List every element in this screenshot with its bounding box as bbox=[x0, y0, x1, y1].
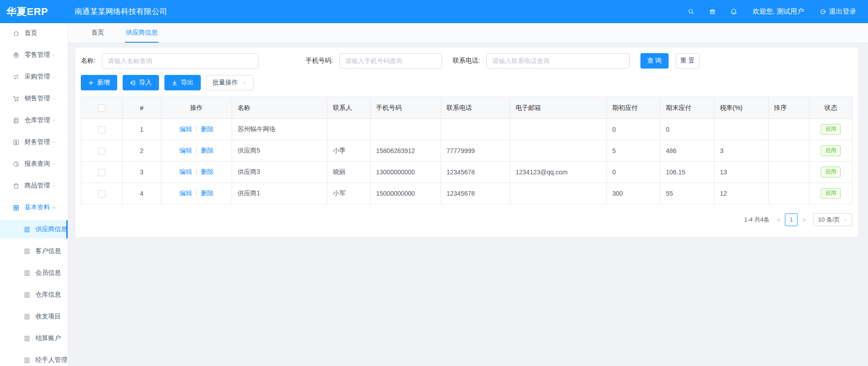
chevron-down-icon bbox=[51, 53, 56, 58]
import-icon bbox=[130, 80, 136, 86]
cell-tax-rate: 3 bbox=[714, 140, 769, 162]
sidebar-subitem-0[interactable]: 供应商信息 bbox=[0, 220, 68, 238]
delete-link[interactable]: 删除 bbox=[201, 147, 213, 154]
delete-link[interactable]: 删除 bbox=[201, 168, 213, 175]
home-icon bbox=[13, 30, 20, 37]
cell-phone bbox=[371, 119, 441, 140]
phone-label: 手机号码: bbox=[306, 57, 333, 65]
money-icon bbox=[13, 139, 20, 146]
page-number[interactable]: 1 bbox=[785, 213, 798, 226]
edit-link[interactable]: 编辑 bbox=[179, 125, 192, 133]
row-checkbox[interactable] bbox=[98, 169, 105, 176]
table-row: 3编辑|删除供应商3晓丽13000000000123456781234123@q… bbox=[81, 162, 853, 183]
cell-closing-payable: 0 bbox=[660, 119, 714, 140]
sidebar-item-4[interactable]: 仓库管理 bbox=[0, 111, 68, 129]
tab-home[interactable]: 首页 bbox=[90, 23, 105, 43]
page-size-select[interactable]: 10 条/页 bbox=[813, 213, 852, 226]
edit-link[interactable]: 编辑 bbox=[179, 147, 192, 154]
sidebar-subitem-3[interactable]: 仓库信息 bbox=[0, 286, 68, 304]
row-checkbox[interactable] bbox=[98, 190, 105, 198]
export-icon bbox=[172, 80, 178, 86]
doc-icon bbox=[24, 248, 30, 255]
add-button[interactable]: 新增 bbox=[81, 75, 117, 90]
cell-opening-payable: 0 bbox=[607, 162, 660, 183]
query-button[interactable]: 查 询 bbox=[640, 53, 669, 69]
sidebar-item-6[interactable]: 报表查询 bbox=[0, 155, 68, 173]
link-divider: | bbox=[196, 189, 198, 197]
tab-supplier-info[interactable]: 供应商信息 bbox=[125, 23, 159, 43]
sidebar-item-8[interactable]: 基本资料 bbox=[0, 198, 68, 217]
cell-name: 供应商5 bbox=[232, 140, 327, 162]
add-label: 新增 bbox=[97, 79, 110, 87]
sidebar-item-7[interactable]: 商品管理 bbox=[0, 177, 68, 195]
status-badge: 启用 bbox=[821, 188, 841, 199]
chevron-down-icon bbox=[843, 218, 848, 223]
supplier-table: #操作名称联系人手机号码联系电话电子邮箱期初应付期末应付税率(%)排序状态1编辑… bbox=[81, 97, 853, 204]
cell-operations: 编辑|删除 bbox=[161, 162, 232, 183]
column-header-1: 操作 bbox=[161, 97, 232, 119]
sidebar-item-5[interactable]: 财务管理 bbox=[0, 133, 68, 151]
delete-link[interactable]: 删除 bbox=[201, 125, 213, 133]
chevron-down-icon bbox=[51, 162, 56, 167]
welcome-text: 欢迎您, 测试用户 bbox=[753, 7, 804, 16]
cell-phone: 15000000000 bbox=[371, 183, 441, 204]
column-header-11: 状态 bbox=[809, 97, 853, 119]
cell-email bbox=[510, 183, 607, 204]
cell-tax-rate: 13 bbox=[714, 162, 769, 183]
cell-opening-payable: 0 bbox=[607, 119, 660, 140]
sidebar-item-label: 零售管理 bbox=[25, 51, 50, 59]
reset-button[interactable]: 重 置 bbox=[676, 53, 699, 69]
edit-link[interactable]: 编辑 bbox=[179, 168, 192, 175]
grid-icon bbox=[13, 204, 20, 211]
phone-search-input[interactable] bbox=[339, 53, 442, 69]
sidebar-subitem-4[interactable]: 收支项目 bbox=[0, 307, 68, 326]
batch-operation-label: 批量操作 bbox=[213, 79, 238, 87]
export-label: 导出 bbox=[181, 79, 193, 87]
sidebar-item-label: 采购管理 bbox=[25, 73, 50, 81]
sidebar-subitem-2[interactable]: 会员信息 bbox=[0, 264, 68, 282]
column-header-7: 期初应付 bbox=[607, 97, 660, 119]
sidebar-item-1[interactable]: 零售管理 bbox=[0, 46, 68, 64]
row-checkbox[interactable] bbox=[98, 126, 105, 134]
prev-page-arrow[interactable]: < bbox=[774, 216, 783, 223]
content-card: 名称: 手机号码: 联系电话: 查 询 重 置 新增 导入 bbox=[75, 48, 858, 237]
name-search-input[interactable] bbox=[102, 53, 258, 69]
column-header-4: 手机号码 bbox=[371, 97, 441, 119]
row-checkbox[interactable] bbox=[98, 148, 105, 155]
sidebar-item-3[interactable]: 销售管理 bbox=[0, 89, 68, 108]
edit-link[interactable]: 编辑 bbox=[179, 189, 192, 197]
main-area: 首页 供应商信息 名称: 手机号码: 联系电话: 查 询 重 置 新增 bbox=[68, 23, 868, 366]
select-all-checkbox[interactable] bbox=[98, 104, 105, 112]
cell-sort bbox=[769, 119, 809, 140]
cell-index: 2 bbox=[123, 140, 161, 162]
import-button[interactable]: 导入 bbox=[123, 75, 159, 90]
cell-closing-payable: 55 bbox=[660, 183, 714, 204]
telephone-search-input[interactable] bbox=[486, 53, 630, 69]
sidebar-item-0[interactable]: 首页 bbox=[0, 24, 68, 42]
status-badge: 启用 bbox=[821, 124, 841, 135]
sidebar-item-2[interactable]: 采购管理 bbox=[0, 68, 68, 86]
logout-icon bbox=[819, 8, 826, 15]
export-button[interactable]: 导出 bbox=[164, 75, 201, 90]
column-header-8: 期末应付 bbox=[660, 97, 714, 119]
doc-icon bbox=[24, 357, 30, 364]
sidebar-subitem-label: 收支项目 bbox=[35, 312, 61, 321]
cell-status: 启用 bbox=[809, 119, 853, 140]
chevron-down-icon bbox=[51, 118, 56, 123]
sidebar-subitem-5[interactable]: 结算账户 bbox=[0, 329, 68, 347]
doc-icon bbox=[24, 270, 30, 277]
sidebar-item-label: 财务管理 bbox=[25, 138, 50, 146]
next-page-arrow[interactable]: > bbox=[799, 216, 808, 223]
notification-bell-icon[interactable] bbox=[730, 8, 737, 15]
cell-name: 供应商3 bbox=[232, 162, 327, 183]
batch-operation-button[interactable]: 批量操作 bbox=[206, 75, 253, 90]
logout-label: 退出登录 bbox=[829, 7, 856, 16]
logout-button[interactable]: 退出登录 bbox=[819, 7, 856, 16]
sidebar-subitem-6[interactable]: 经手人管理 bbox=[0, 351, 68, 366]
pagination-total: 1-4 共4条 bbox=[744, 216, 769, 224]
sidebar-subitem-1[interactable]: 客户信息 bbox=[0, 242, 68, 260]
delete-link[interactable]: 删除 bbox=[201, 189, 213, 197]
checkbox-cell bbox=[81, 183, 123, 204]
platform-bank-icon[interactable] bbox=[709, 8, 716, 15]
search-icon[interactable] bbox=[688, 8, 694, 15]
